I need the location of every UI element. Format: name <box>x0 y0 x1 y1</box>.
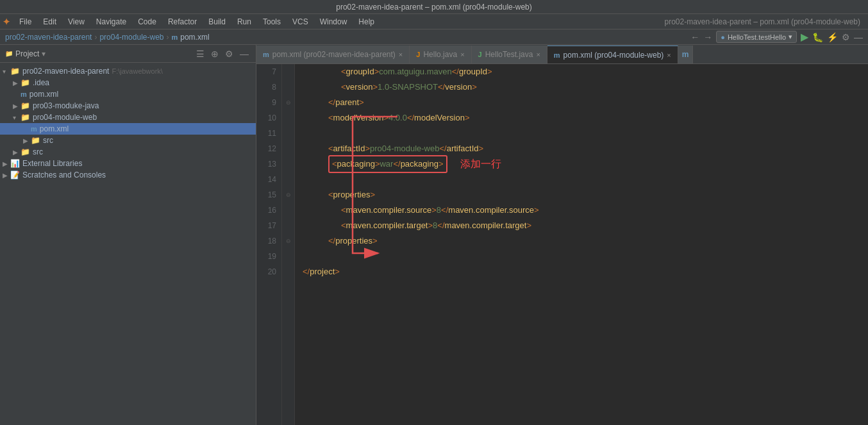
menu-code[interactable]: Code <box>133 16 162 28</box>
expand-root: ▾ <box>3 68 10 75</box>
tab-more[interactable]: m <box>678 46 694 63</box>
tab-hellotest-java-close[interactable]: × <box>536 51 540 58</box>
tree-item-scratches[interactable]: ▶ 📝 Scratches and Consoles <box>0 169 256 181</box>
value-packaging: war <box>380 156 393 172</box>
tag-modelversion: modelVersion <box>333 110 384 126</box>
tree-label-pro03: pro03-moduke-java <box>33 101 99 110</box>
code-line-13: <packaging>war</packaging> 添加一行 <box>303 156 860 172</box>
settings-sidebar-btn[interactable]: ⚙ <box>223 48 235 60</box>
profile-button[interactable]: ⚡ <box>827 32 838 42</box>
code-line-12: <artifactId>pro04-module-web</artifactId… <box>303 141 860 156</box>
breadcrumb-sep1: › <box>94 33 97 42</box>
tab-hello-java[interactable]: J Hello.java × <box>410 46 471 63</box>
folder-src1-icon: 📁 <box>31 136 40 145</box>
run-button[interactable]: ▶ <box>801 31 808 43</box>
tab-hello-java-icon: J <box>416 51 420 58</box>
bracket-open-10: < <box>328 110 333 126</box>
locate-btn[interactable]: ⊕ <box>209 48 221 60</box>
toolbar-right: ← → ● HelloTest.testHello ▾ ▶ 🐛 ⚡ ⚙ — <box>690 31 863 43</box>
menu-build[interactable]: Build <box>203 16 231 28</box>
gutter-7 <box>282 64 294 79</box>
breadcrumb-parent[interactable]: pro02-maven-idea-parent <box>5 33 92 42</box>
closetag-groupid: groupId <box>459 64 487 79</box>
tag-artifactid: artifactId <box>333 141 365 156</box>
tree-item-pom1[interactable]: ▶ m pom.xml <box>0 88 256 100</box>
tag-groupid: groupId <box>346 64 374 79</box>
gutter-18[interactable]: ⊖ <box>282 233 294 249</box>
code-line-8: <version>1.0-SNAPSHOT</version> <box>303 79 860 95</box>
forward-btn[interactable]: → <box>703 32 712 42</box>
expand-pro03: ▶ <box>13 103 21 110</box>
gutter-12 <box>282 141 294 156</box>
line-gutter: ⊖ ⊖ ⊖ <box>282 64 295 425</box>
tree-item-extlibs[interactable]: ▶ 📊 External Libraries <box>0 158 256 169</box>
tree-item-src1[interactable]: ▶ 📁 src <box>0 135 256 146</box>
bracket-end-7: > <box>487 64 492 79</box>
expand-scratches: ▶ <box>3 172 10 179</box>
menu-tools[interactable]: Tools <box>258 16 286 28</box>
tree-label-src2: src <box>33 147 43 156</box>
bracket-open-12: < <box>328 141 333 156</box>
menu-edit[interactable]: Edit <box>38 16 62 28</box>
tree-item-pro04[interactable]: ▾ 📁 pro04-module-web <box>0 112 256 123</box>
tree-item-src2[interactable]: ▶ 📁 src <box>0 146 256 158</box>
line-numbers: 7 8 9 10 11 12 13 14 15 16 17 18 19 20 <box>256 64 282 425</box>
bracket-closetag-18: </ <box>328 233 335 249</box>
back-btn[interactable]: ← <box>690 32 699 42</box>
closetag-modelversion: modelVersion <box>414 110 465 126</box>
tab-pom-web-close[interactable]: × <box>667 51 671 59</box>
menu-navigate[interactable]: Navigate <box>91 16 131 28</box>
tree-item-pom2[interactable]: ▶ m pom.xml <box>0 123 256 135</box>
fold-9-icon: ⊖ <box>286 99 291 106</box>
menu-bar: ✦ File Edit View Navigate Code Refactor … <box>0 14 868 29</box>
folder-idea-icon: 📁 <box>21 78 30 87</box>
settings-button[interactable]: ⚙ <box>842 32 850 42</box>
gutter-17 <box>282 218 294 233</box>
code-content[interactable]: <groupId>com.atguigu.maven</groupId> <ve… <box>295 64 868 425</box>
tab-pom-web-label: pom.xml (pro04-module-web) <box>563 51 664 60</box>
gutter-9[interactable]: ⊖ <box>282 95 294 110</box>
run-config-dropdown[interactable]: ● HelloTest.testHello ▾ <box>716 31 797 43</box>
bracket-end-12: > <box>479 141 484 156</box>
gutter-15[interactable]: ⊖ <box>282 187 294 203</box>
linenum-18: 18 <box>262 233 276 249</box>
expand-idea: ▶ <box>13 79 21 87</box>
tab-hellotest-java[interactable]: J HelloTest.java × <box>472 46 547 63</box>
tree-item-root[interactable]: ▾ 📁 pro02-maven-idea-parent F:\javawebwo… <box>0 65 256 77</box>
closetag-version: version <box>445 79 472 95</box>
bracket-end-16: > <box>534 203 539 218</box>
bracket-closetag-9: </ <box>328 95 335 110</box>
debug-button[interactable]: 🐛 <box>812 32 823 42</box>
sidebar-dropdown-arrow[interactable]: ▾ <box>42 49 46 58</box>
sidebar-actions: ☰ ⊕ ⚙ — <box>194 48 251 60</box>
collapse-all-btn[interactable]: ☰ <box>194 48 206 60</box>
menu-vcs[interactable]: VCS <box>287 16 313 28</box>
bracket-open-13: < <box>332 156 337 172</box>
project-tree: ▾ 📁 pro02-maven-idea-parent F:\javawebwo… <box>0 63 256 425</box>
menu-view[interactable]: View <box>63 16 90 28</box>
tab-pom-parent-close[interactable]: × <box>399 51 403 58</box>
minimize-btn[interactable]: — <box>854 32 863 42</box>
menu-file[interactable]: File <box>14 16 37 28</box>
breadcrumb-module[interactable]: pro04-module-web <box>99 33 163 42</box>
menu-refactor[interactable]: Refactor <box>163 16 202 28</box>
tab-pom-web[interactable]: m pom.xml (pro04-module-web) × <box>547 46 678 63</box>
tree-item-pro03[interactable]: ▶ 📁 pro03-moduke-java <box>0 100 256 112</box>
tree-label-scratches: Scratches and Consoles <box>22 171 106 179</box>
linenum-8: 8 <box>262 79 276 95</box>
tab-more-icon: m <box>682 50 689 59</box>
bracket-open-8: < <box>341 79 346 95</box>
menu-help[interactable]: Help <box>353 16 380 28</box>
menu-window[interactable]: Window <box>315 16 353 28</box>
menu-run[interactable]: Run <box>232 16 256 28</box>
gutter-19 <box>282 249 294 264</box>
tab-hello-java-close[interactable]: × <box>460 51 464 58</box>
bracket-closetag-7: </ <box>452 64 459 79</box>
linenum-17: 17 <box>262 218 276 233</box>
tab-pom-parent[interactable]: m pom.xml (pro02-maven-idea-parent) × <box>256 46 410 63</box>
tree-item-idea[interactable]: ▶ 📁 .idea <box>0 77 256 88</box>
bracket-close-7: > <box>374 64 380 79</box>
code-line-17: <maven.compiler.target>8</maven.compiler… <box>303 218 860 233</box>
code-line-16: <maven.compiler.source>8</maven.compiler… <box>303 203 860 218</box>
close-sidebar-btn[interactable]: — <box>238 48 251 60</box>
